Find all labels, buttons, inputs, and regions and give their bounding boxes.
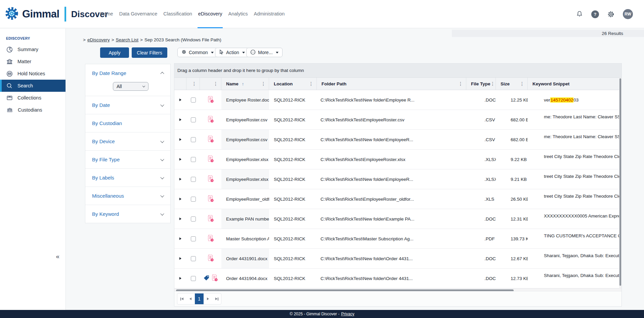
folder-path-cell: C:\RickTest\RickTest\EmployeeRoster.csv (317, 110, 466, 129)
column-header-label[interactable]: File Type (471, 81, 490, 86)
apply-button[interactable]: Apply (100, 47, 129, 58)
column-menu-icon[interactable]: ⋮ (520, 81, 527, 86)
name-cell[interactable]: Order 4431901.docx (221, 249, 269, 268)
more-dropdown-button[interactable]: More... (246, 48, 283, 57)
breadcrumb-search-list[interactable]: Search List (116, 37, 139, 42)
expand-row-icon[interactable] (179, 158, 181, 161)
settings-gear-icon[interactable] (607, 10, 615, 18)
name-cell[interactable]: Example PAN numbers for t... (221, 209, 269, 229)
row-checkbox[interactable] (191, 197, 196, 202)
row-expand-cell (174, 130, 186, 149)
column-header-label[interactable]: Name (226, 81, 239, 86)
sidebar-section-label: EDISCOVERY (0, 29, 66, 43)
filter-section-header-by-date-range[interactable]: By Date Range (85, 64, 170, 82)
name-cell[interactable]: EmployeeRoster.csv (221, 130, 269, 149)
previous-page-button[interactable] (186, 293, 195, 304)
row-checkbox[interactable] (191, 216, 196, 222)
sidebar-item-hold-notices[interactable]: Hold Notices (0, 68, 66, 80)
nav-item-home[interactable]: Home (99, 0, 114, 28)
cursor-icon (219, 49, 224, 55)
sidebar-items: SummaryMatterHold NoticesSearchCollectio… (0, 43, 66, 116)
name-cell[interactable]: Master Subscription Agree... (221, 229, 269, 248)
sidebar-item-custodians[interactable]: Custodians (0, 104, 66, 116)
last-page-button[interactable] (212, 293, 221, 304)
filter-section-header-miscellaneous[interactable]: Miscellaneous (85, 187, 170, 205)
expand-row-icon[interactable] (179, 277, 181, 280)
column-menu-icon[interactable]: ⋮ (261, 81, 269, 86)
common-dropdown-button[interactable]: Common (177, 48, 218, 57)
row-checkbox[interactable] (191, 236, 196, 241)
column-header-label[interactable]: Size (501, 81, 510, 86)
action-dropdown-button[interactable]: Action (215, 48, 249, 57)
expand-row-icon[interactable] (179, 138, 181, 141)
filter-section-header-by-file-type[interactable]: By File Type (85, 151, 170, 168)
name-cell[interactable]: Employee Roster.docx (221, 90, 269, 110)
column-menu-icon[interactable]: ⋮ (458, 81, 466, 86)
expand-row-icon[interactable] (179, 178, 181, 181)
row-checkbox[interactable] (191, 157, 196, 162)
name-cell[interactable]: EmployeeRoster.csv (221, 110, 269, 129)
sidebar-item-summary[interactable]: Summary (0, 43, 66, 55)
column-header-label[interactable]: Folder Path (321, 81, 346, 86)
column-menu-icon[interactable]: ⋮ (490, 81, 496, 86)
snippet-text: treet City State Zip Rate Theodore Cleav… (544, 194, 620, 199)
snippet-text: me: Theodore Last Name: Cleaver SSN: (544, 114, 620, 119)
nav-item-classification[interactable]: Classification (163, 0, 192, 28)
row-checkbox[interactable] (191, 117, 196, 122)
column-header-label[interactable]: Keyword Snippet (532, 81, 569, 86)
group-by-drop-zone[interactable]: Drag a column header and drop it here to… (174, 64, 621, 78)
user-avatar[interactable]: RW (623, 9, 633, 19)
next-page-button[interactable] (204, 293, 212, 304)
expand-row-icon[interactable] (179, 198, 181, 200)
file-type-cell: .DOCX (466, 269, 496, 288)
row-checkbox[interactable] (191, 137, 196, 142)
row-checkbox[interactable] (191, 276, 196, 281)
filter-section-title: By Date Range (92, 70, 126, 76)
breadcrumb-ediscovery[interactable]: eDiscovery (87, 37, 110, 42)
first-page-button[interactable] (177, 293, 186, 304)
name-cell[interactable]: EmployeeRoster.xlsx (221, 150, 269, 169)
bell-icon[interactable] (575, 10, 584, 18)
name-cell[interactable]: EmployeeRoster_oldformat.... (221, 189, 269, 209)
row-checkbox[interactable] (191, 256, 196, 261)
nav-item-administration[interactable]: Administration (253, 0, 286, 28)
nav-item-analytics[interactable]: Analytics (227, 0, 248, 28)
page-1-button[interactable]: 1 (195, 293, 204, 304)
expand-row-icon[interactable] (179, 237, 181, 240)
row-checkbox[interactable] (191, 97, 196, 103)
size-cell: 682.00 Bytes (496, 110, 528, 129)
vertical-scrollbar[interactable] (619, 78, 621, 288)
expand-row-icon[interactable] (179, 217, 181, 220)
filter-section-header-by-labels[interactable]: By Labels (85, 169, 170, 187)
row-checkbox[interactable] (191, 177, 196, 182)
snippet-text: Sharani, Tejgaon, Dhaka Sub: Execution o (544, 273, 620, 278)
brand-logo[interactable]: Gimmal Discover (4, 0, 108, 28)
vertical-scrollbar-thumb[interactable] (619, 78, 621, 286)
name-cell[interactable]: Order 4431904.docx (221, 269, 269, 288)
nav-item-data-governance[interactable]: Data Governance (119, 0, 158, 28)
magnifier-icon (6, 82, 13, 89)
expand-row-icon[interactable] (179, 98, 181, 101)
sort-ascending-icon[interactable]: ↑ (242, 81, 244, 86)
privacy-link[interactable]: Privacy (341, 312, 354, 316)
nav-item-ediscovery[interactable]: eDiscovery (198, 0, 223, 28)
expand-row-icon[interactable] (179, 118, 181, 121)
by-date-range-select[interactable]: All (113, 82, 148, 91)
column-menu-icon[interactable]: ⋮ (192, 81, 200, 86)
filter-section-header-by-custodian[interactable]: By Custodian (85, 114, 170, 132)
filter-section-header-by-device[interactable]: By Device (85, 132, 170, 150)
sidebar-item-collections[interactable]: Collections (0, 92, 66, 104)
sidebar-collapse-icon[interactable]: « (56, 253, 59, 260)
filter-section-header-by-keyword[interactable]: By Keyword (85, 205, 170, 223)
column-menu-icon[interactable]: ⋮ (213, 81, 221, 86)
filter-section-header-by-date[interactable]: By Date (85, 96, 170, 114)
table-row: EmployeeRoster.csvSQL2012-RICKC:\RickTes… (174, 130, 621, 150)
sidebar-item-search[interactable]: Search (0, 80, 66, 92)
sidebar-item-matter[interactable]: Matter (0, 55, 66, 68)
help-icon[interactable]: ? (591, 10, 599, 18)
column-header-label[interactable]: Location (274, 81, 293, 86)
name-cell[interactable]: EmployeeRoster.xlsx (221, 169, 269, 189)
expand-row-icon[interactable] (179, 257, 181, 260)
clear-filters-button[interactable]: Clear Filters (132, 47, 167, 58)
column-menu-icon[interactable]: ⋮ (309, 81, 316, 86)
